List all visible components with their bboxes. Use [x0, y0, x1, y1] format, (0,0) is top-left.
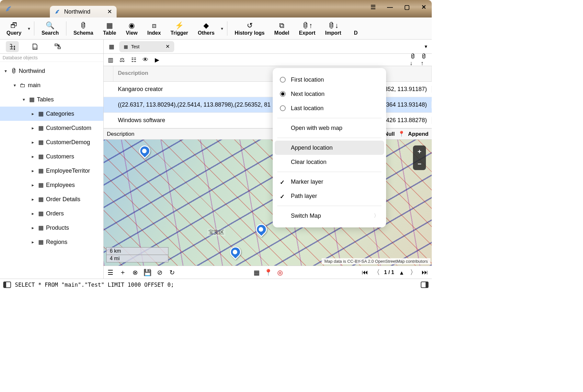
page-up-icon[interactable]: ▴	[397, 268, 406, 277]
maximize-icon[interactable]: ▢	[401, 3, 412, 12]
tree-table-categories[interactable]: ▸▦Categories	[0, 107, 103, 121]
cancel-icon[interactable]: ⊘	[155, 268, 164, 277]
window-controls: ☰ — ▢ ✕	[368, 3, 429, 12]
trigger-button[interactable]: ⚡Trigger	[166, 20, 193, 37]
main-toolbar: 🗗Query ▾ 🔍Search 🛢Schema ▦Table ◉View ⧈I…	[0, 17, 432, 40]
window-tab[interactable]: Northwind ✕	[50, 6, 117, 17]
mini-toolbar: ▥ ⚖ ☷ 👁 ▶ 🛢↓ 🛢↑	[104, 54, 432, 66]
map-attribution: Map data is CC-BY-SA 2.0 OpenStreetMap c…	[322, 258, 430, 264]
sidebar-tab-sql-icon[interactable]: SQL	[29, 41, 41, 52]
map-marker[interactable]	[137, 143, 153, 159]
next-page-icon[interactable]: 〉	[409, 268, 417, 277]
titlebar: Northwind ✕ ☰ — ▢ ✕	[0, 0, 432, 17]
index-button[interactable]: ⧈Index	[143, 20, 166, 37]
columns-icon[interactable]: ▥	[106, 56, 115, 64]
tree-tables-folder[interactable]: ▾▦Tables	[0, 92, 103, 107]
map-marker[interactable]	[228, 244, 243, 260]
menu-clear-location[interactable]: Clear location	[273, 155, 386, 169]
tree-table-products[interactable]: ▸▦Products	[0, 221, 103, 235]
others-dropdown-icon[interactable]: ▾	[220, 26, 224, 31]
content-tabs-dropdown-icon[interactable]: ▾	[422, 43, 430, 50]
first-page-icon[interactable]: ⏮	[361, 268, 369, 277]
query-dropdown-icon[interactable]: ▾	[27, 26, 31, 31]
sidebar-tab-tree-icon[interactable]	[6, 41, 19, 52]
add-row-icon[interactable]: ＋	[119, 268, 127, 277]
map-district-label: 宝安区	[207, 229, 225, 236]
menu-icon[interactable]: ☰	[106, 268, 115, 277]
scale-km: 6 km	[107, 248, 168, 255]
tree-table-regions[interactable]: ▸▦Regions	[0, 235, 103, 249]
others-button[interactable]: ◆Others	[193, 20, 219, 37]
export-button[interactable]: 🛢↑Export	[294, 20, 320, 37]
refresh-icon[interactable]: ↻	[168, 268, 176, 277]
scale-mi: 4 mi	[107, 255, 168, 262]
prev-page-icon[interactable]: 〈	[372, 268, 381, 277]
content-tab-test[interactable]: ▦ Test ✕	[119, 41, 174, 52]
menu-path-layer[interactable]: ✓Path layer	[273, 189, 386, 203]
append-button[interactable]: Append	[408, 131, 429, 137]
tree-table-employees[interactable]: ▸▦Employees	[0, 178, 103, 192]
content-tab-label: Test	[131, 44, 140, 49]
import-button[interactable]: 🛢↓Import	[321, 20, 346, 37]
window-tab-close-icon[interactable]: ✕	[107, 8, 112, 15]
content-tab-close-icon[interactable]: ✕	[166, 43, 170, 50]
menu-open-web-map[interactable]: Open with web map	[273, 121, 386, 135]
tree-database[interactable]: ▾🛢Northwind	[0, 64, 103, 78]
tree-table-customercustom[interactable]: ▸▦CustomerCustom	[0, 121, 103, 135]
minimize-icon[interactable]: —	[384, 3, 395, 12]
table-button[interactable]: ▦Table	[98, 20, 121, 37]
sidebar-tab-diagram-icon[interactable]	[51, 41, 64, 52]
close-window-icon[interactable]: ✕	[418, 3, 429, 12]
query-button[interactable]: 🗗Query	[2, 20, 26, 37]
feather-icon	[54, 9, 60, 15]
tree-table-orderdetails[interactable]: ▸▦Order Details	[0, 192, 103, 206]
tree-table-customerdemog[interactable]: ▸▦CustomerDemog	[0, 135, 103, 149]
delete-row-icon[interactable]: ⊗	[131, 268, 139, 277]
left-panel-toggle[interactable]	[3, 282, 11, 288]
chevron-right-icon: 〉	[374, 213, 379, 219]
tree-table-customers[interactable]: ▸▦Customers	[0, 149, 103, 164]
grid-view-icon[interactable]: ▦	[253, 268, 261, 277]
pin-icon[interactable]: 📍	[398, 131, 405, 137]
sidebar: SQL Database objects ▾🛢Northwind ▾🗀main …	[0, 40, 104, 279]
svg-rect-1	[55, 44, 57, 46]
eye-icon[interactable]: 👁	[141, 56, 150, 64]
menu-marker-layer[interactable]: ✓Marker layer	[273, 175, 386, 189]
sidebar-search-input[interactable]: Database objects	[0, 54, 103, 62]
hamburger-icon[interactable]: ☰	[368, 3, 379, 12]
db-download-icon[interactable]: 🛢↓	[410, 56, 418, 64]
window-tab-title: Northwind	[64, 8, 90, 15]
menu-last-location[interactable]: Last location	[273, 101, 386, 115]
svg-text:SQL: SQL	[33, 47, 38, 50]
location-icon[interactable]: 📍	[264, 268, 273, 277]
right-panel-toggle[interactable]	[421, 282, 429, 288]
balance-icon[interactable]: ⚖	[118, 56, 126, 64]
save-icon[interactable]: 💾	[143, 268, 152, 277]
zoom-in-button[interactable]: +	[413, 145, 426, 158]
list-icon[interactable]: ☷	[130, 56, 138, 64]
menu-switch-map[interactable]: Switch Map 〉	[273, 209, 386, 223]
menu-append-location[interactable]: Append location	[275, 141, 384, 155]
tree-table-orders[interactable]: ▸▦Orders	[0, 206, 103, 221]
model-button[interactable]: ⧉Model	[270, 20, 294, 37]
target-icon[interactable]: ◎	[276, 268, 284, 277]
tree-table-employeeterritor[interactable]: ▸▦EmployeeTerritor	[0, 164, 103, 178]
zoom-out-button[interactable]: −	[413, 158, 426, 170]
last-page-icon[interactable]: ⏭	[421, 268, 429, 277]
search-button[interactable]: 🔍Search	[37, 20, 63, 37]
menu-next-location[interactable]: Next location	[273, 87, 386, 101]
tree-schema[interactable]: ▾🗀main	[0, 78, 103, 92]
context-menu: First location Next location Last locati…	[273, 68, 386, 227]
schema-button[interactable]: 🛢Schema	[69, 20, 98, 37]
sidebar-tabs: SQL	[0, 40, 103, 54]
table-icon: ▦	[124, 44, 128, 49]
app-icon	[5, 5, 12, 13]
menu-first-location[interactable]: First location	[273, 73, 386, 87]
d-button[interactable]: D	[347, 20, 365, 37]
map-marker[interactable]	[254, 222, 269, 237]
play-icon[interactable]: ▶	[153, 56, 161, 64]
content-tab-grid-icon[interactable]: ▦	[106, 41, 117, 52]
view-button[interactable]: ◉View	[121, 20, 142, 37]
history-logs-button[interactable]: ↺History logs	[230, 20, 269, 37]
db-upload-icon[interactable]: 🛢↑	[421, 56, 429, 64]
